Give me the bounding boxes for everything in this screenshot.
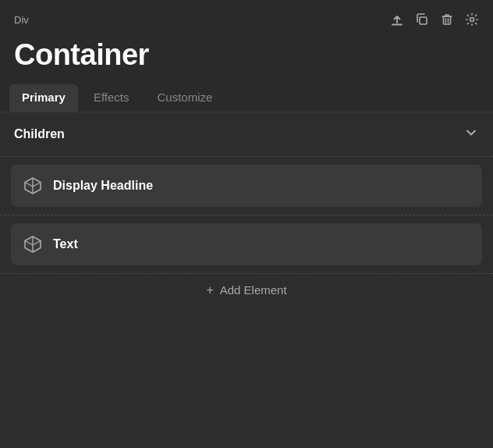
cube-icon (22, 233, 44, 255)
divider-top (0, 156, 493, 157)
tab-effects[interactable]: Effects (81, 84, 142, 112)
top-bar-label: Div (14, 14, 29, 26)
top-bar: Div (0, 0, 493, 34)
plus-icon: + (206, 283, 213, 297)
page-title: Container (14, 39, 479, 72)
copy-icon[interactable] (415, 12, 429, 27)
list-item[interactable]: Text (11, 223, 482, 265)
add-element-label: Add Element (220, 283, 287, 297)
divider-middle (0, 215, 493, 215)
svg-rect-2 (444, 16, 451, 24)
element-display-headline-label: Display Headline (53, 179, 153, 193)
tab-customize[interactable]: Customize (144, 84, 225, 112)
title-section: Container (0, 34, 493, 84)
content-area: Children Display Headline (0, 112, 493, 448)
add-element-button[interactable]: + Add Element (0, 274, 493, 307)
chevron-down-icon (463, 125, 479, 144)
tabs: Primary Effects Customize (0, 84, 493, 112)
tab-primary[interactable]: Primary (9, 84, 78, 112)
list-item[interactable]: Display Headline (11, 165, 482, 207)
element-text-label: Text (53, 237, 78, 251)
trash-icon[interactable] (440, 12, 454, 27)
svg-rect-1 (420, 17, 427, 24)
settings-icon[interactable] (465, 12, 479, 27)
upload-icon[interactable] (390, 12, 404, 27)
panel: Div (0, 0, 493, 448)
top-bar-icons (390, 12, 479, 27)
children-title: Children (14, 127, 65, 141)
svg-point-5 (470, 18, 474, 22)
cube-icon (22, 175, 44, 197)
children-section-header[interactable]: Children (0, 112, 493, 156)
